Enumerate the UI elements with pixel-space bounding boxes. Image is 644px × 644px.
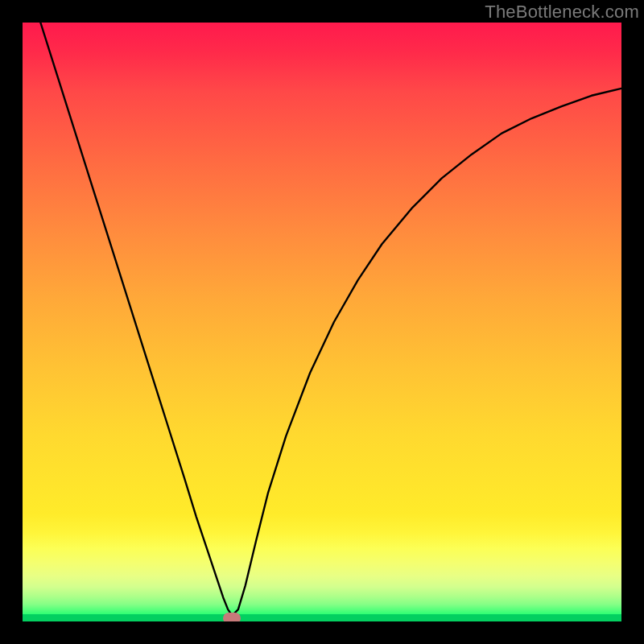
plot-area — [23, 23, 621, 621]
watermark-text: TheBottleneck.com — [485, 2, 639, 23]
minimum-marker — [223, 613, 241, 621]
bottleneck-curve — [23, 23, 621, 621]
chart-frame: TheBottleneck.com — [0, 0, 644, 644]
